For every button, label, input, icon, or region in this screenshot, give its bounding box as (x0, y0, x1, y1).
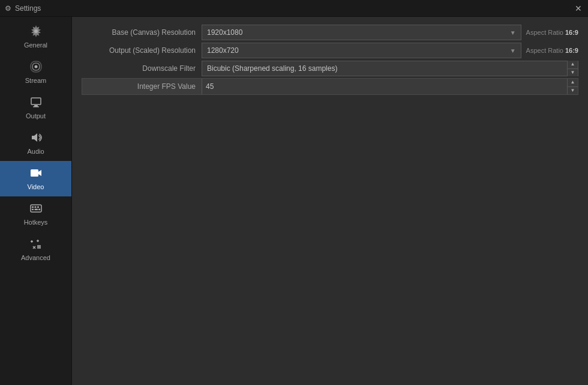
fps-control: ▲ ▼ (202, 79, 578, 94)
sidebar-item-hotkeys-label: Hotkeys (24, 219, 48, 226)
stream-icon (30, 61, 42, 74)
titlebar: ⚙ Settings ✕ (0, 0, 588, 17)
svg-point-1 (34, 65, 37, 68)
sidebar: General Stream Output (0, 17, 72, 385)
downscale-decrement-button[interactable]: ▼ (568, 69, 578, 77)
fps-increment-button[interactable]: ▲ (568, 79, 578, 87)
output-resolution-row: Output (Scaled) Resolution 1280x720 ▼ As… (82, 42, 578, 59)
svg-rect-2 (31, 98, 41, 105)
downscale-filter-dropdown[interactable]: Bicubic (Sharpened scaling, 16 samples) … (202, 61, 578, 76)
sidebar-item-stream[interactable]: Stream (0, 55, 71, 90)
sidebar-item-video[interactable]: Video (0, 161, 71, 196)
titlebar-title: ⚙ Settings (5, 4, 41, 13)
downscale-filter-value: Bicubic (Sharpened scaling, 16 samples) (202, 64, 567, 73)
output-aspect-label: Aspect Ratio (526, 47, 563, 54)
downscale-filter-row: Downscale Filter Bicubic (Sharpened scal… (82, 60, 578, 77)
svg-rect-11 (34, 209, 38, 211)
video-icon (30, 167, 42, 181)
output-resolution-control: 1280x720 ▼ Aspect Ratio 16:9 (202, 43, 578, 58)
svg-rect-9 (37, 207, 39, 208)
base-resolution-row: Base (Canvas) Resolution 1920x1080 ▼ Asp… (82, 24, 578, 41)
output-resolution-dropdown[interactable]: 1280x720 ▼ (202, 43, 521, 58)
svg-rect-3 (34, 105, 38, 106)
base-aspect-group: Aspect Ratio 16:9 (526, 29, 578, 36)
hotkeys-icon (30, 202, 42, 216)
fps-row: Integer FPS Value ▲ ▼ (82, 78, 578, 95)
base-resolution-dropdown-arrow: ▼ (510, 29, 516, 36)
fps-decrement-button[interactable]: ▼ (568, 87, 578, 95)
sidebar-item-advanced[interactable]: Advanced (0, 232, 71, 267)
fps-spinbox-buttons: ▲ ▼ (567, 79, 578, 94)
svg-rect-6 (31, 205, 41, 212)
base-resolution-value: 1920x1080 (207, 28, 242, 37)
svg-rect-4 (33, 106, 39, 108)
fps-label: Integer FPS Value (82, 79, 202, 94)
close-button[interactable]: ✕ (574, 4, 583, 13)
sidebar-item-advanced-label: Advanced (21, 254, 50, 261)
base-aspect-value: 16:9 (565, 29, 578, 36)
sidebar-item-output-label: Output (26, 112, 46, 120)
sidebar-item-video-label: Video (28, 183, 44, 190)
sidebar-item-output[interactable]: Output (0, 90, 71, 126)
output-resolution-label: Output (Scaled) Resolution (82, 46, 202, 55)
video-content: Base (Canvas) Resolution 1920x1080 ▼ Asp… (72, 17, 588, 385)
svg-rect-10 (32, 209, 34, 211)
output-icon (30, 96, 42, 110)
titlebar-text: Settings (15, 4, 41, 13)
svg-rect-8 (34, 207, 36, 208)
downscale-spinbox-buttons: ▲ ▼ (567, 61, 578, 76)
base-resolution-label: Base (Canvas) Resolution (82, 28, 202, 37)
output-aspect-group: Aspect Ratio 16:9 (526, 47, 578, 54)
sidebar-item-audio[interactable]: Audio (0, 126, 71, 161)
general-icon (30, 25, 42, 39)
output-resolution-value: 1280x720 (207, 46, 239, 55)
sidebar-item-audio-label: Audio (27, 148, 44, 155)
sidebar-item-hotkeys[interactable]: Hotkeys (0, 196, 71, 232)
settings-icon: ⚙ (5, 4, 11, 13)
fps-input[interactable] (202, 79, 563, 94)
svg-rect-12 (38, 209, 40, 211)
sidebar-item-general-label: General (24, 41, 47, 49)
downscale-filter-control: Bicubic (Sharpened scaling, 16 samples) … (202, 61, 578, 76)
output-aspect-value: 16:9 (565, 47, 578, 54)
base-resolution-control: 1920x1080 ▼ Aspect Ratio 16:9 (202, 25, 578, 40)
svg-rect-7 (32, 207, 34, 208)
base-aspect-label: Aspect Ratio (526, 29, 563, 36)
downscale-increment-button[interactable]: ▲ (568, 61, 578, 69)
base-resolution-dropdown[interactable]: 1920x1080 ▼ (202, 25, 521, 40)
advanced-icon (30, 238, 42, 252)
sidebar-item-general[interactable]: General (0, 19, 71, 55)
main-layout: General Stream Output (0, 17, 588, 385)
downscale-filter-label: Downscale Filter (82, 64, 202, 73)
svg-rect-5 (31, 169, 38, 177)
audio-icon (30, 132, 42, 145)
output-resolution-dropdown-arrow: ▼ (510, 47, 516, 54)
sidebar-item-stream-label: Stream (25, 77, 46, 84)
